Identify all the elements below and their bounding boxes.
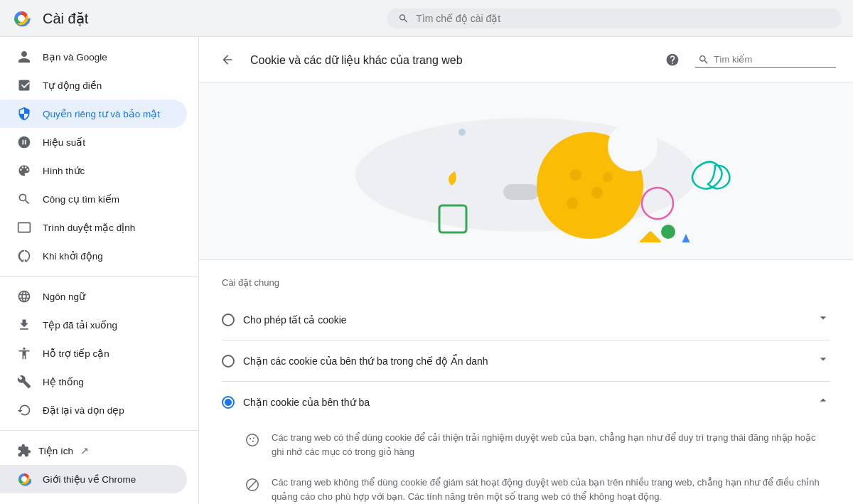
svg-point-19 bbox=[250, 438, 251, 439]
autofill-icon bbox=[17, 78, 31, 92]
sidebar-item-ho-tro-tiep-can[interactable]: Hỗ trợ tiếp cận bbox=[0, 339, 187, 368]
main-search-input[interactable] bbox=[416, 13, 830, 24]
performance-icon bbox=[17, 135, 31, 149]
sidebar-divider-2 bbox=[0, 430, 198, 431]
svg-point-20 bbox=[252, 441, 254, 442]
svg-point-12 bbox=[567, 198, 578, 209]
cookie-icon bbox=[245, 432, 260, 451]
sidebar-item-hieu-suat[interactable]: Hiệu suất bbox=[0, 128, 187, 156]
svg-point-5 bbox=[458, 129, 466, 136]
svg-point-18 bbox=[247, 434, 259, 446]
svg-line-23 bbox=[248, 481, 257, 489]
sidebar-label-ngon-ngu: Ngôn ngữ bbox=[43, 291, 85, 302]
default-browser-icon bbox=[17, 220, 31, 235]
radio-chan-ben-thu-ba[interactable] bbox=[222, 396, 235, 409]
option-chan-ben-thu-ba-an-danh[interactable]: Chặn các cookie của bên thứ ba trong chế… bbox=[222, 341, 830, 382]
sidebar-label-quyen-rieng-tu: Quyền riêng tư và bảo mật bbox=[43, 108, 160, 119]
option-cho-phep-tat-ca[interactable]: Cho phép tất cả cookie bbox=[222, 299, 830, 341]
back-button[interactable] bbox=[216, 48, 239, 71]
sidebar-label-dat-lai-va-don-dep: Đặt lại và dọn dẹp bbox=[43, 404, 124, 416]
content-search-icon bbox=[698, 54, 709, 65]
help-button[interactable] bbox=[661, 48, 684, 71]
cookie-svg bbox=[320, 100, 732, 242]
chevron-up-icon-2 bbox=[816, 393, 830, 411]
sidebar-label-tien-ich: Tiện ích bbox=[38, 445, 73, 456]
sidebar-label-tep-da-tai-xuong: Tệp đã tải xuống bbox=[43, 319, 117, 331]
svg-point-21 bbox=[253, 437, 254, 439]
radio-cho-phep-tat-ca[interactable] bbox=[222, 313, 235, 326]
option-chan-ben-thu-ba[interactable]: Chặn cookie của bên thứ ba bbox=[222, 382, 830, 422]
sidebar-divider-1 bbox=[0, 276, 198, 277]
svg-point-11 bbox=[591, 187, 603, 198]
main-layout: Bạn và Google Tự động điền Quyền riêng t… bbox=[0, 37, 853, 504]
language-icon bbox=[17, 289, 31, 304]
appearance-icon bbox=[17, 163, 31, 178]
svg-point-13 bbox=[603, 172, 613, 182]
expanded-text-1: Các trang web không thể dùng cookie để g… bbox=[272, 476, 830, 503]
page-title: Cài đặt bbox=[43, 10, 88, 27]
expanded-content-chan-ben-thu-ba: Các trang web có thể dùng cookie để cải … bbox=[222, 422, 830, 504]
option-label-chan-ben-thu-ba-an-danh: Chặn các cookie của bên thứ ba trong chế… bbox=[243, 355, 808, 367]
system-icon bbox=[17, 375, 31, 389]
reset-icon bbox=[17, 403, 31, 417]
content-area: Cookie và các dữ liệu khác của trang web bbox=[199, 37, 853, 504]
sidebar-item-dat-lai-va-don-dep[interactable]: Đặt lại và dọn dẹp bbox=[0, 396, 187, 424]
extensions-icon bbox=[17, 444, 31, 458]
svg-marker-17 bbox=[679, 234, 693, 242]
sidebar-label-he-thong: Hệ thống bbox=[43, 376, 84, 387]
sidebar: Bạn và Google Tự động điền Quyền riêng t… bbox=[0, 37, 199, 504]
search-engine-icon bbox=[17, 192, 31, 206]
svg-point-10 bbox=[570, 169, 581, 181]
svg-point-9 bbox=[608, 122, 658, 171]
sidebar-item-ban-va-google[interactable]: Bạn và Google bbox=[0, 43, 187, 71]
sidebar-item-ngon-ngu[interactable]: Ngôn ngữ bbox=[0, 282, 187, 311]
cookie-illustration bbox=[199, 83, 853, 260]
about-chrome-icon bbox=[17, 472, 31, 486]
sidebar-item-tep-da-tai-xuong[interactable]: Tệp đã tải xuống bbox=[0, 311, 187, 339]
sidebar-label-hieu-suat: Hiệu suất bbox=[43, 136, 85, 148]
sidebar-label-tu-dong-dien: Tự động điền bbox=[43, 80, 102, 91]
chrome-logo-icon bbox=[11, 9, 31, 28]
sidebar-label-khi-khoi-dong: Khi khởi động bbox=[43, 250, 103, 262]
topbar: Cài đặt bbox=[0, 0, 853, 37]
sidebar-item-hinh-thuc[interactable]: Hình thức bbox=[0, 156, 187, 185]
settings-section: Cài đặt chung Cho phép tất cả cookie Chặ… bbox=[199, 260, 853, 504]
user-icon bbox=[17, 50, 31, 64]
sidebar-label-cong-cu-tim-kiem: Công cụ tìm kiếm bbox=[43, 193, 119, 205]
content-search-bar[interactable] bbox=[695, 53, 836, 68]
startup-icon bbox=[17, 249, 31, 263]
external-link-icon: ↗ bbox=[80, 445, 89, 456]
sidebar-item-cong-cu-tim-kiem[interactable]: Công cụ tìm kiếm bbox=[0, 185, 187, 213]
content-header: Cookie và các dữ liệu khác của trang web bbox=[199, 37, 853, 83]
sidebar-label-hinh-thuc: Hình thức bbox=[43, 165, 85, 176]
sidebar-label-trinh-duyet-mac-dinh: Trình duyệt mặc định bbox=[43, 222, 135, 233]
option-label-cho-phep-tat-ca: Cho phép tất cả cookie bbox=[243, 314, 808, 326]
expanded-item-1: Các trang web không thể dùng cookie để g… bbox=[245, 467, 830, 504]
sidebar-label-gioi-thieu-ve-chrome: Giới thiệu về Chrome bbox=[43, 473, 136, 485]
sidebar-item-khi-khoi-dong[interactable]: Khi khởi động bbox=[0, 242, 187, 270]
sidebar-label-ho-tro-tiep-can: Hỗ trợ tiếp cận bbox=[43, 348, 109, 359]
downloads-icon bbox=[17, 318, 31, 332]
sidebar-item-gioi-thieu-ve-chrome[interactable]: Giới thiệu về Chrome bbox=[0, 465, 187, 493]
sidebar-item-trinh-duyet-mac-dinh[interactable]: Trình duyệt mặc định bbox=[0, 213, 187, 242]
sidebar-item-tu-dong-dien[interactable]: Tự động điền bbox=[0, 71, 187, 100]
shield-icon bbox=[17, 107, 31, 121]
content-search-input[interactable] bbox=[714, 54, 833, 65]
block-icon bbox=[245, 477, 260, 496]
option-chan-ben-thu-ba-container: Chặn cookie của bên thứ ba bbox=[222, 382, 830, 504]
chevron-down-icon-0 bbox=[816, 311, 830, 328]
radio-inner-chan-ben-thu-ba bbox=[225, 399, 232, 406]
svg-point-1 bbox=[18, 15, 25, 21]
sidebar-item-quyen-rieng-tu[interactable]: Quyền riêng tư và bảo mật bbox=[0, 100, 187, 128]
radio-chan-ben-thu-ba-an-danh[interactable] bbox=[222, 355, 235, 368]
sidebar-item-he-thong[interactable]: Hệ thống bbox=[0, 368, 187, 396]
svg-rect-6 bbox=[503, 184, 539, 200]
expanded-text-0: Các trang web có thể dùng cookie để cải … bbox=[272, 431, 830, 459]
section-title: Cài đặt chung bbox=[222, 277, 830, 288]
svg-rect-16 bbox=[639, 230, 661, 242]
expanded-item-0: Các trang web có thể dùng cookie để cải … bbox=[245, 422, 830, 467]
sidebar-label-ban-va-google: Bạn và Google bbox=[43, 51, 107, 63]
sidebar-item-tien-ich[interactable]: Tiện ích ↗ bbox=[0, 436, 187, 465]
svg-point-3 bbox=[22, 477, 26, 481]
main-search-bar[interactable] bbox=[387, 9, 842, 28]
